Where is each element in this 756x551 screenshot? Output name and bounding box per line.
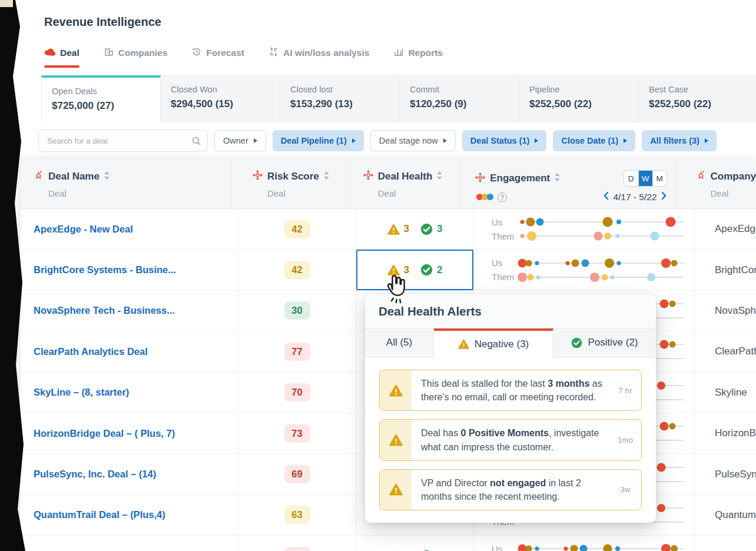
deal-name-cell: ClearPath Analytics Deal: [21, 331, 238, 371]
tab-ai-win-loss-analysis[interactable]: AI win/loss analysis: [269, 47, 369, 59]
chip-label: Deal stage now: [379, 136, 438, 145]
engagement-dot: [590, 273, 599, 282]
summary-card-closed-lost[interactable]: Closed lost$153,290 (13): [280, 75, 400, 122]
col-sublabel: Deal: [363, 188, 461, 198]
deal-health-cell[interactable]: 33: [356, 209, 474, 249]
summary-card-open-deals[interactable]: Open Deals$725,000 (27): [41, 75, 161, 122]
card-label: Pipeline: [529, 85, 638, 94]
col-label: Deal Name: [48, 171, 100, 182]
engagement-dot: [603, 217, 613, 227]
engagement-dot: [671, 260, 677, 266]
engagement-dot: [536, 218, 544, 226]
period-m-button[interactable]: M: [652, 171, 667, 186]
period-w-button[interactable]: W: [638, 171, 652, 186]
app-header: Revenue Intelligence DealCompaniesForeca…: [32, 0, 756, 75]
deal-name-cell: QuantumTrail Deal – (Plus,4): [21, 495, 238, 535]
table-header: Deal Name Deal Risk Score Deal Deal Heal…: [21, 159, 756, 209]
warning-icon: [458, 339, 469, 349]
deal-link[interactable]: ClearPath Analytics Deal: [34, 346, 148, 357]
engagement-dot: [615, 546, 620, 551]
deal-link[interactable]: PulseSync, Inc. Deal – (14): [34, 469, 156, 480]
card-value: $153,290 (13): [290, 98, 399, 110]
card-label: Closed Won: [171, 85, 280, 94]
engagement-dot: [669, 341, 675, 348]
summary-card-commit[interactable]: Commit$120,250 (9): [400, 75, 519, 122]
deal-health-cell[interactable]: [356, 536, 474, 551]
positive-count: 2: [437, 264, 442, 276]
reports-icon: [394, 47, 403, 59]
col-header-company[interactable]: Company Deal: [676, 159, 756, 208]
risk-score-badge: 63: [284, 506, 310, 524]
deal-link[interactable]: ApexEdge - New Deal: [34, 224, 133, 235]
summary-card-pipeline[interactable]: Pipeline$252,500 (22): [519, 75, 639, 122]
deal-link[interactable]: BrightCore Systems - Busine...: [34, 264, 176, 276]
sort-icon[interactable]: [104, 171, 110, 182]
summary-card-best-case[interactable]: Best Case$252,500 (22): [639, 75, 756, 122]
engagement-dot: [605, 258, 614, 268]
engagement-dot: [650, 232, 659, 241]
popup-tab-all-5[interactable]: All (5): [365, 328, 434, 357]
negative-count: 3: [404, 223, 409, 235]
risk-score-badge: 42: [284, 220, 310, 238]
engagement-dot: [570, 545, 578, 551]
filter-chip-deal-stage-now[interactable]: Deal stage now: [370, 130, 456, 151]
engagement-dot: [593, 232, 602, 241]
next-chevron-icon[interactable]: [661, 191, 667, 203]
popup-tab-positive-2[interactable]: Positive (2): [553, 328, 656, 357]
tab-companies[interactable]: Companies: [104, 47, 168, 59]
deal-link[interactable]: HorizonBridge Deal – ( Plus, 7): [34, 428, 175, 439]
chip-label: Deal Pipeline (1): [281, 136, 347, 145]
sort-icon[interactable]: [437, 171, 442, 182]
summary-cards: Open Deals$725,000 (27)Closed Won$294,50…: [41, 75, 756, 122]
search-input[interactable]: [38, 130, 208, 152]
filter-chip-all-filters-3[interactable]: All filters (3): [642, 130, 717, 151]
period-d-button[interactable]: D: [624, 171, 638, 186]
tab-deal[interactable]: Deal: [44, 48, 79, 58]
deal-health-cell[interactable]: 32: [356, 250, 474, 290]
help-icon[interactable]: ?: [498, 192, 507, 202]
filter-chip-close-date-1[interactable]: Close Date (1): [553, 130, 635, 151]
risk-score-cell: 63: [238, 495, 356, 535]
filter-chip-deal-status-1[interactable]: Deal Status (1): [462, 130, 547, 151]
alert-timestamp: 1mo: [609, 420, 641, 460]
prev-chevron-icon[interactable]: [603, 191, 609, 203]
col-header-risk-score[interactable]: Risk Score Deal: [232, 159, 347, 208]
table-row-brightcore-systems-busine: BrightCore Systems - Busine...4232UsThem…: [21, 250, 756, 290]
nav-tabs: DealCompaniesForecastAI win/loss analysi…: [44, 47, 443, 59]
deal-link[interactable]: SkyLine – (8, starter): [34, 387, 129, 398]
date-range: 4/17 - 5/22: [613, 192, 656, 203]
col-header-deal-health[interactable]: Deal Health Deal: [347, 159, 462, 208]
filter-chip-deal-pipeline-1[interactable]: Deal Pipeline (1): [273, 130, 364, 151]
risk-score-badge: [284, 547, 310, 551]
summary-card-closed-won[interactable]: Closed Won$294,500 (15): [161, 75, 280, 122]
engagement-dot: [518, 273, 527, 282]
deal-name-cell: BrightCore Systems - Busine...: [21, 250, 238, 290]
sort-icon[interactable]: [555, 173, 560, 184]
engagement-dot: [656, 463, 665, 472]
sort-icon[interactable]: [324, 171, 329, 182]
chip-label: Close Date (1): [561, 136, 618, 145]
popup-tab-negative-3[interactable]: Negative (3): [434, 328, 553, 357]
page-title: Revenue Intelligence: [44, 15, 161, 29]
filter-chips: OwnerDeal Pipeline (1)Deal stage nowDeal…: [214, 130, 717, 151]
popup-tab-label: All (5): [386, 337, 412, 348]
deal-link[interactable]: NovaSphere Tech - Business...: [34, 305, 175, 316]
flower-icon: [363, 170, 373, 183]
engagement-dot: [666, 217, 676, 227]
engagement-dot: [520, 220, 525, 224]
card-label: Closed lost: [290, 85, 399, 94]
warning-icon: [389, 384, 403, 397]
deal-icon: [44, 48, 55, 58]
tab-forecast[interactable]: Forecast: [192, 47, 244, 59]
filter-chip-owner[interactable]: Owner: [214, 130, 266, 151]
col-header-deal-name[interactable]: Deal Name Deal: [21, 159, 232, 208]
tab-reports[interactable]: Reports: [394, 47, 443, 59]
engagement-dot: [581, 259, 589, 267]
chip-label: Owner: [223, 136, 248, 145]
flower-icon: [475, 172, 485, 185]
popup-alerts: This deal is stalled for the last 3 mont…: [365, 357, 656, 523]
alert-card: This deal is stalled for the last 3 mont…: [379, 370, 642, 411]
tab-label: Forecast: [206, 48, 244, 58]
deal-link[interactable]: QuantumTrail Deal – (Plus,4): [34, 509, 165, 520]
engagement-dot: [601, 274, 608, 280]
